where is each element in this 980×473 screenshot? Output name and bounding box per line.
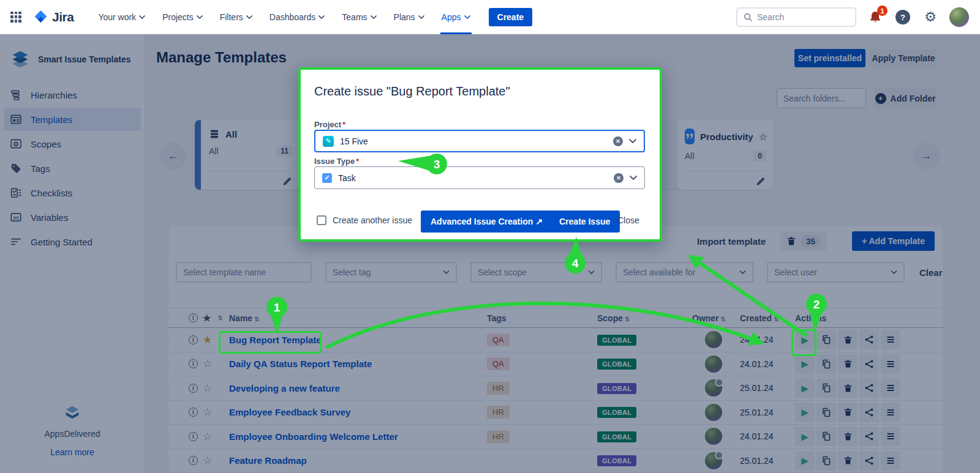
search-input[interactable] (757, 12, 837, 22)
clear-field-icon[interactable]: ✕ (614, 173, 624, 183)
chevron-down-icon (318, 15, 325, 19)
project-avatar-icon: ✎ (323, 136, 334, 147)
annotation-box-template-name (219, 331, 322, 354)
advanced-issue-creation-button[interactable]: Advanced Issue Creation ↗ (421, 210, 552, 233)
annotation-box-play-button (791, 329, 816, 356)
issue-type-select[interactable]: ✓ Task ✕ (314, 166, 645, 189)
project-value: 15 Five (340, 136, 368, 146)
notification-badge: 1 (877, 6, 888, 16)
chevron-down-icon (371, 15, 377, 19)
nav-filters[interactable]: Filters (213, 0, 260, 34)
issue-type-label: Issue Type* (314, 157, 359, 166)
close-button[interactable]: Close (617, 215, 639, 225)
create-issue-modal: Create issue "Bug Report Template" Proje… (298, 67, 662, 242)
create-another-label: Create another issue (333, 215, 412, 225)
user-avatar[interactable] (949, 7, 969, 27)
required-asterisk: * (342, 120, 345, 129)
nav-plans[interactable]: Plans (386, 0, 432, 34)
issue-type-value: Task (338, 173, 356, 183)
chevron-down-icon (197, 15, 203, 19)
question-icon: ? (895, 10, 910, 24)
required-asterisk: * (356, 157, 359, 166)
create-another-checkbox[interactable] (317, 215, 326, 225)
main-nav: Your work Projects Filters Dashboards Te… (91, 0, 532, 34)
nav-your-work[interactable]: Your work (91, 0, 153, 34)
create-issue-button[interactable]: Create Issue (549, 210, 620, 233)
project-select[interactable]: ✎ 15 Five ✕ (314, 130, 645, 152)
chevron-down-icon (139, 15, 145, 19)
chevron-down-icon (246, 15, 252, 19)
gear-icon: ⚙ (924, 10, 937, 24)
project-label: Project* (314, 120, 345, 129)
nav-apps[interactable]: Apps (434, 0, 478, 34)
nav-teams[interactable]: Teams (334, 0, 383, 34)
jira-logo[interactable]: Jira (33, 9, 74, 24)
modal-title: Create issue "Bug Report Template" (314, 84, 510, 99)
global-search[interactable] (736, 7, 856, 27)
jira-mark-icon (33, 9, 48, 24)
external-link-icon: ↗ (535, 217, 543, 226)
nav-dashboards[interactable]: Dashboards (262, 0, 333, 34)
create-button[interactable]: Create (489, 8, 533, 26)
notifications-button[interactable]: 1 (867, 9, 884, 26)
top-navbar: Jira Your work Projects Filters Dashboar… (0, 0, 980, 34)
app-switcher-icon[interactable] (9, 10, 23, 24)
chevron-down-icon (464, 15, 470, 19)
search-icon (744, 13, 752, 21)
chevron-down-icon[interactable] (630, 176, 637, 180)
settings-button[interactable]: ⚙ (922, 9, 939, 26)
task-type-icon: ✓ (322, 173, 332, 183)
clear-field-icon[interactable]: ✕ (613, 136, 623, 146)
chevron-down-icon[interactable] (629, 139, 636, 143)
chevron-down-icon (418, 15, 424, 19)
jira-logo-text: Jira (52, 10, 74, 24)
nav-projects[interactable]: Projects (155, 0, 210, 34)
help-button[interactable]: ? (894, 9, 911, 26)
